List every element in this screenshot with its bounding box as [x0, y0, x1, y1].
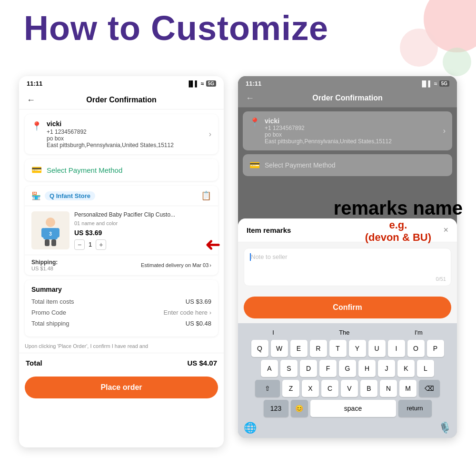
product-variant: 01 name and color [74, 220, 211, 226]
phone-left-screenshot: 11:11 ▐▌▌ ≈ 5G ← Order Confirmation 📍 vi… [19, 76, 224, 447]
page-title-right: Order Confirmation [312, 94, 383, 102]
store-card: 🏪 Q Infant Store 📋 3 [25, 186, 218, 275]
key-z[interactable]: Z [282, 380, 299, 397]
payment-card[interactable]: 💳 Select Payment Method [25, 159, 218, 181]
total-label: Total [26, 359, 42, 367]
key-d[interactable]: D [300, 360, 317, 377]
shipping-label: Shipping: [31, 259, 58, 266]
modal-title: Item remarks [247, 226, 291, 234]
address-content: vicki +1 1234567892 po box East pittsbur… [47, 120, 204, 149]
quantity-increase[interactable]: + [96, 239, 106, 250]
page-title-left: Order Confirmation [86, 96, 157, 104]
keyboard-suggestions: I The I'm [240, 327, 455, 340]
key-a[interactable]: A [261, 360, 278, 377]
product-price: US $3.69 [74, 229, 211, 237]
address-line1-right: po box [265, 131, 438, 138]
key-j[interactable]: J [378, 360, 395, 377]
key-f[interactable]: F [319, 360, 337, 377]
key-g[interactable]: G [339, 360, 356, 377]
key-p[interactable]: P [427, 340, 444, 357]
summary-row-promo[interactable]: Promo Code Enter code here › [31, 309, 211, 316]
address-content-right: vicki +1 1234567892 po box East pittsbur… [265, 117, 438, 145]
key-o[interactable]: O [407, 340, 425, 357]
delivery-arrow: › [209, 262, 211, 268]
payment-card-right[interactable]: 💳 Select Payment Method [243, 154, 452, 176]
address-line1: po box [47, 135, 204, 142]
modal-input-area[interactable]: Note to seller 0/51 [244, 248, 451, 286]
key-e[interactable]: E [290, 340, 307, 357]
summary-card: Summary Total item costs US $3.69 Promo … [25, 280, 218, 337]
mic-icon[interactable]: 🎙️ [438, 422, 451, 434]
red-arrow: ➜ [205, 233, 221, 255]
modal-confirm-button[interactable]: Confirm [244, 297, 451, 318]
key-y[interactable]: Y [349, 340, 366, 357]
key-return[interactable]: return [398, 400, 432, 417]
key-s[interactable]: S [280, 360, 298, 377]
summary-value-items: US $3.69 [186, 298, 211, 305]
remarks-name-overlay: remarks name e.g. (devon & BU) [334, 198, 463, 244]
item-remarks-modal: Item remarks × Note to seller 0/51 Confi… [238, 218, 457, 438]
summary-row-items: Total item costs US $3.69 [31, 298, 211, 305]
key-u[interactable]: U [368, 340, 386, 357]
key-x[interactable]: X [302, 380, 319, 397]
address-card[interactable]: 📍 vicki +1 1234567892 po box East pittsb… [25, 114, 218, 154]
back-arrow-left[interactable]: ← [27, 95, 35, 105]
keyboard-row-3: ⇧ Z X C V B N M ⌫ [240, 380, 455, 397]
key-k[interactable]: K [397, 360, 415, 377]
remarks-eg-text: e.g. [334, 219, 463, 231]
quantity-row: − 1 + [74, 239, 211, 250]
key-r[interactable]: R [310, 340, 327, 357]
key-t[interactable]: T [329, 340, 347, 357]
svg-rect-4 [41, 228, 45, 238]
remarks-name-text: remarks name [334, 198, 463, 219]
quantity-decrease[interactable]: − [74, 239, 85, 250]
main-title: How to Customize [24, 9, 328, 48]
key-emoji[interactable]: 😊 [291, 400, 308, 417]
shipping-delivery-text: Estimated delivery on Mar 03 [141, 262, 208, 268]
summary-row-shipping: Total shipping US $0.48 [31, 320, 211, 327]
shipping-row: Shipping: US $1.48 Estimated delivery on… [25, 255, 218, 275]
key-l[interactable]: L [417, 360, 434, 377]
svg-point-1 [46, 218, 55, 227]
key-v[interactable]: V [341, 380, 358, 397]
phone-right-screenshot: 11:11 ▐▌▌ ≈ 5G ← Order Confirmation 📍 vi… [238, 76, 457, 438]
address-phone: +1 1234567892 [47, 129, 204, 135]
store-icon: 🏪 [31, 191, 41, 200]
status-bar-left: 11:11 ▐▌▌ ≈ 5G [19, 76, 224, 91]
summary-value-promo: Enter code here › [164, 309, 211, 316]
signal-icon: ▐▌▌ [187, 80, 199, 87]
address-line2: East pittsburgh,Pennsylvania,United Stat… [47, 142, 204, 149]
cellular-badge-right: 5G [439, 80, 449, 87]
key-q[interactable]: Q [251, 340, 268, 357]
summary-label-items: Total item costs [31, 298, 74, 305]
key-b[interactable]: B [360, 380, 377, 397]
key-backspace[interactable]: ⌫ [419, 380, 440, 397]
key-i[interactable]: I [388, 340, 405, 357]
key-shift[interactable]: ⇧ [255, 380, 280, 397]
address-name: vicki [47, 120, 204, 128]
key-w[interactable]: W [271, 340, 288, 357]
suggestion-i[interactable]: I [272, 329, 274, 336]
total-bar: Total US $4.07 [19, 353, 224, 373]
summary-label-promo: Promo Code [31, 309, 66, 316]
svg-rect-5 [56, 228, 60, 238]
address-line2-right: East pittsburgh,Pennsylvania,United Stat… [265, 138, 438, 145]
suggestion-the[interactable]: The [339, 329, 349, 336]
note-icon[interactable]: 📋 [201, 190, 211, 201]
disclaimer-text: Upon clicking 'Place Order', I confirm I… [19, 341, 224, 351]
place-order-button[interactable]: Place order [25, 377, 218, 398]
product-details: Personalized Baby Pacifier Clip Custo...… [74, 211, 211, 250]
payment-icon-right: 💳 [249, 160, 260, 170]
key-h[interactable]: H [358, 360, 376, 377]
key-space[interactable]: space [310, 400, 396, 417]
address-arrow: › [209, 130, 211, 139]
back-arrow-right[interactable]: ← [246, 93, 254, 103]
suggestion-im[interactable]: I'm [415, 329, 423, 336]
cellular-badge: 5G [206, 80, 216, 87]
key-n[interactable]: N [380, 380, 397, 397]
globe-icon[interactable]: 🌐 [244, 422, 257, 434]
key-c[interactable]: C [321, 380, 338, 397]
key-m[interactable]: M [399, 380, 416, 397]
address-card-right[interactable]: 📍 vicki +1 1234567892 po box East pittsb… [243, 111, 452, 150]
key-123[interactable]: 123 [264, 400, 288, 417]
